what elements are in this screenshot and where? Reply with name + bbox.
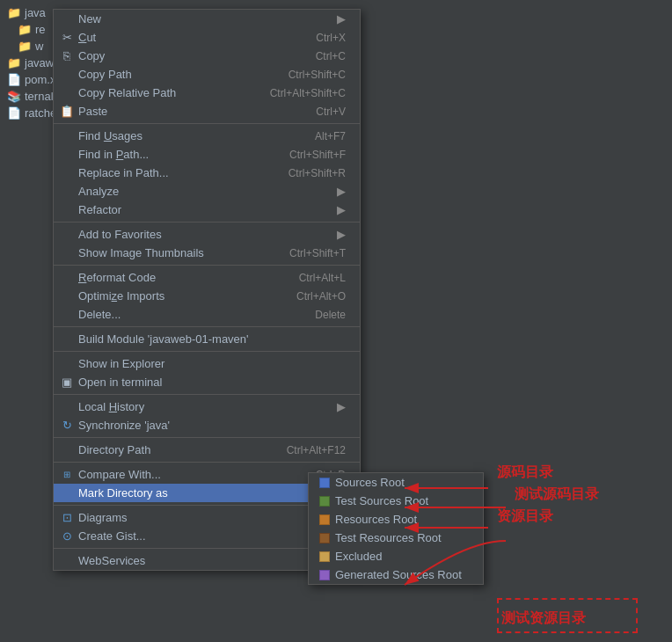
gist-icon: ⊙ <box>59 529 75 543</box>
menu-item-find-in-path[interactable]: Find in Path... Ctrl+Shift+F <box>54 145 360 164</box>
excluded-icon <box>319 551 330 562</box>
menu-item-copy-path[interactable]: Copy Path Ctrl+Shift+C <box>54 65 360 84</box>
copy-icon: ⎘ <box>59 49 75 62</box>
excluded-label: Excluded <box>335 550 382 563</box>
submenu-arrow-icon: ▶ <box>337 203 346 216</box>
menu-item-analyze[interactable]: Analyze ▶ <box>54 182 360 201</box>
menu-item-copy[interactable]: ⎘ Copy Ctrl+C <box>54 47 360 65</box>
test-sources-root-annotation: 测试源码目录 <box>515 485 599 504</box>
separator-8 <box>54 462 360 463</box>
menu-item-copy-relative-path[interactable]: Copy Relative Path Ctrl+Alt+Shift+C <box>54 84 360 102</box>
submenu-arrow-icon: ▶ <box>337 400 346 413</box>
test-sources-root-icon <box>319 496 330 507</box>
test-resources-root-icon <box>319 533 330 544</box>
resources-root-annotation: 资源目录 <box>497 507 553 526</box>
menu-item-add-to-favorites[interactable]: Add to Favorites ▶ <box>54 225 360 244</box>
sources-root-label: Sources Root <box>335 476 405 489</box>
sources-root-icon <box>319 478 330 488</box>
separator-5 <box>54 351 360 352</box>
menu-item-replace-in-path[interactable]: Replace in Path... Ctrl+Shift+R <box>54 164 360 182</box>
separator-2 <box>54 222 360 223</box>
generated-sources-root-icon <box>319 570 330 580</box>
resources-root-icon <box>319 514 330 525</box>
menu-item-reformat-code[interactable]: Reformat Code Ctrl+Alt+L <box>54 268 360 287</box>
submenu-arrow-icon: ▶ <box>337 228 346 241</box>
file-icon: 📄 <box>7 106 21 120</box>
library-icon: 📚 <box>7 90 21 103</box>
menu-item-cut[interactable]: ✂ Cut Ctrl+X <box>54 28 360 47</box>
menu-item-new[interactable]: New ▶ <box>54 10 360 28</box>
diagram-icon: ⊡ <box>59 511 75 524</box>
menu-item-synchronize[interactable]: ↻ Synchronize 'java' <box>54 416 360 434</box>
compare-icon: ⊞ <box>59 470 75 479</box>
folder-icon: 📁 <box>18 23 32 36</box>
menu-item-paste[interactable]: 📋 Paste Ctrl+V <box>54 102 360 120</box>
separator-7 <box>54 437 360 438</box>
terminal-icon: ▣ <box>59 376 75 389</box>
menu-item-refactor[interactable]: Refactor ▶ <box>54 201 360 219</box>
menu-item-show-in-explorer[interactable]: Show in Explorer <box>54 354 360 373</box>
test-resources-root-arrow <box>396 532 510 602</box>
menu-item-open-in-terminal[interactable]: ▣ Open in terminal <box>54 373 360 391</box>
separator-4 <box>54 326 360 327</box>
file-icon: 📄 <box>7 73 21 86</box>
folder-icon: 📁 <box>18 40 32 53</box>
submenu-arrow-icon: ▶ <box>337 185 346 198</box>
menu-item-build-module[interactable]: Build Module 'javaweb-01-maven' <box>54 330 360 348</box>
menu-item-local-history[interactable]: Local History ▶ <box>54 398 360 416</box>
folder-icon: 📁 <box>7 6 21 19</box>
menu-item-delete[interactable]: Delete... Delete <box>54 305 360 324</box>
folder-icon: 📁 <box>7 56 21 69</box>
menu-item-directory-path[interactable]: Directory Path Ctrl+Alt+F12 <box>54 441 360 459</box>
menu-item-show-image-thumbnails[interactable]: Show Image Thumbnails Ctrl+Shift+T <box>54 244 360 262</box>
menu-item-optimize-imports[interactable]: Optimize Imports Ctrl+Alt+O <box>54 287 360 305</box>
separator-6 <box>54 394 360 395</box>
cut-icon: ✂ <box>59 31 75 44</box>
test-resources-root-annotation: 测试资源目录 <box>501 609 586 628</box>
submenu-arrow-icon: ▶ <box>337 12 346 26</box>
paste-icon: 📋 <box>59 105 75 118</box>
separator-3 <box>54 265 360 266</box>
menu-item-find-usages[interactable]: Find Usages Alt+F7 <box>54 127 360 145</box>
sync-icon: ↻ <box>59 419 75 432</box>
separator-1 <box>54 123 360 124</box>
sources-root-annotation: 源码目录 <box>497 463 553 482</box>
